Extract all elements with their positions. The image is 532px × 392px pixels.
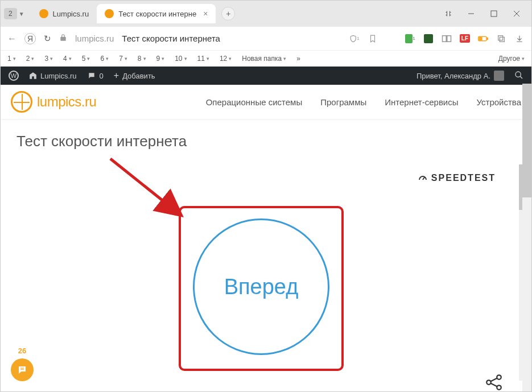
reload-button[interactable]: ↻ — [44, 34, 51, 44]
bookmark-folder[interactable]: 5▾ — [82, 55, 90, 63]
page-content: Тест скорости интернета SPEEDTEST Вперед — [1, 119, 531, 392]
bookmark-folder[interactable]: 1▾ — [7, 55, 16, 63]
url-domain[interactable]: lumpics.ru — [75, 34, 114, 43]
address-bar: ← Я ↻ lumpics.ru Тест скорости интернета… — [1, 27, 531, 51]
gauge-icon — [418, 173, 428, 183]
speedtest-go-button[interactable]: Вперед — [193, 218, 329, 355]
extension-dark-icon[interactable] — [423, 34, 434, 44]
bookmark-folder[interactable]: 11▾ — [197, 55, 209, 63]
wp-admin-bar: W Lumpics.ru 0 +Добавить Привет, Алексан… — [1, 67, 531, 85]
nav-services[interactable]: Интернет-сервисы — [385, 97, 458, 107]
wp-add-new[interactable]: +Добавить — [114, 71, 155, 81]
bookmark-folder[interactable]: 10▾ — [175, 55, 187, 63]
reader-icon[interactable] — [437, 5, 460, 22]
svg-point-15 — [497, 385, 501, 390]
download-icon[interactable] — [514, 34, 525, 44]
svg-rect-7 — [498, 35, 503, 40]
reader-mode-icon[interactable] — [442, 34, 452, 44]
tab-lumpics[interactable]: Lumpics.ru — [31, 4, 97, 23]
site-header: lumpics.ru Операционные системы Программ… — [1, 85, 531, 119]
yandex-icon[interactable]: Я — [24, 33, 36, 44]
svg-rect-5 — [487, 38, 488, 39]
bookmarks-bar: 1▾ 2▾ 3▾ 4▾ 5▾ 6▾ 7▾ 8▾ 9▾ 10▾ 11▾ 12▾ Н… — [1, 51, 531, 67]
share-button[interactable] — [484, 372, 504, 392]
battery-icon[interactable] — [478, 34, 488, 44]
orange-logo-icon — [11, 91, 32, 113]
svg-line-10 — [520, 76, 522, 79]
lf-extension-icon[interactable]: LF — [460, 34, 470, 43]
nav-os[interactable]: Операционные системы — [206, 97, 303, 107]
lock-icon[interactable] — [59, 34, 67, 44]
avatar — [494, 71, 504, 81]
speedtest-widget: SPEEDTEST Вперед — [17, 162, 515, 392]
orange-icon — [39, 9, 48, 18]
svg-line-16 — [490, 378, 497, 382]
chat-count: 26 — [11, 346, 34, 355]
close-button[interactable] — [505, 5, 528, 22]
window-titlebar: 2 ▼ Lumpics.ru Тест скорости интерне × + — [1, 1, 531, 27]
new-tab-button[interactable]: + — [221, 7, 235, 20]
svg-line-17 — [490, 383, 497, 387]
url-title: Тест скорости интернета — [122, 34, 220, 43]
svg-line-11 — [423, 178, 424, 180]
tab-title: Lumpics.ru — [53, 10, 89, 18]
orange-icon — [105, 9, 114, 18]
bookmark-folder-new[interactable]: Новая папка▾ — [242, 55, 286, 63]
extension-shield-icon[interactable]: 1 — [405, 34, 415, 44]
bookmark-folder[interactable]: 6▾ — [100, 55, 109, 63]
svg-point-9 — [515, 72, 521, 77]
wp-user-greeting[interactable]: Привет, Александр А. — [416, 71, 504, 81]
shield-icon[interactable]: 1 — [349, 34, 360, 44]
wp-site-link[interactable]: Lumpics.ru — [29, 72, 77, 80]
chat-icon — [11, 358, 34, 381]
chat-widget[interactable]: 26 — [11, 346, 34, 381]
page-title: Тест скорости интернета — [17, 133, 515, 150]
chevron-down-icon[interactable]: ▼ — [19, 11, 24, 17]
maximize-button[interactable] — [482, 5, 505, 22]
bookmark-folder[interactable]: 2▾ — [26, 55, 35, 63]
svg-point-13 — [486, 380, 491, 385]
nav-programs[interactable]: Программы — [320, 97, 366, 107]
tab-speedtest[interactable]: Тест скорости интерне × — [97, 4, 216, 23]
minimize-button[interactable] — [460, 5, 482, 22]
bookmark-folder[interactable]: 12▾ — [220, 55, 232, 63]
logo-text: lumpics.ru — [37, 94, 96, 110]
back-button[interactable]: ← — [7, 34, 17, 44]
bookmark-folder[interactable]: 8▾ — [138, 55, 146, 63]
bookmark-icon[interactable] — [368, 34, 378, 44]
close-icon[interactable]: × — [203, 9, 208, 18]
bookmark-folder[interactable]: 9▾ — [156, 55, 165, 63]
svg-line-12 — [110, 159, 182, 216]
svg-point-14 — [497, 375, 501, 379]
bookmark-folder[interactable]: 4▾ — [63, 55, 72, 63]
nav-devices[interactable]: Устройства — [477, 97, 521, 107]
search-icon[interactable] — [514, 71, 523, 81]
bookmark-folder[interactable]: 7▾ — [119, 55, 127, 63]
tab-title: Тест скорости интерне — [118, 10, 196, 18]
bookmark-folder[interactable]: 3▾ — [44, 55, 53, 63]
svg-rect-8 — [500, 37, 504, 42]
wp-comments[interactable]: 0 — [87, 72, 104, 80]
page-scrollbar[interactable] — [522, 84, 531, 391]
svg-rect-6 — [479, 37, 482, 40]
bookmarks-other[interactable]: Другое▾ — [498, 55, 525, 63]
svg-rect-1 — [491, 11, 497, 16]
bookmarks-more[interactable]: » — [296, 55, 300, 63]
speedtest-brand: SPEEDTEST — [418, 173, 496, 183]
site-logo[interactable]: lumpics.ru — [11, 91, 96, 113]
tab-count-badge[interactable]: 2 — [4, 8, 17, 19]
copy-icon[interactable] — [496, 34, 506, 44]
wordpress-icon[interactable]: W — [9, 71, 19, 81]
